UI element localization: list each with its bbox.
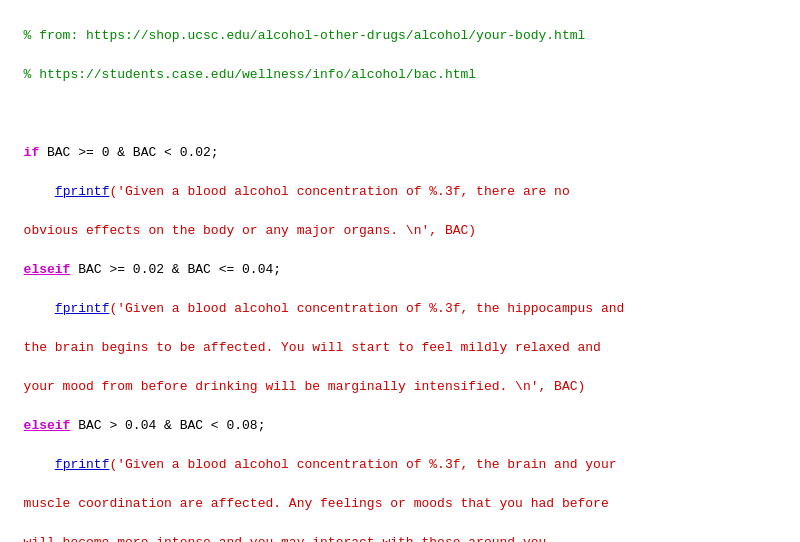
- code-line-str2a: the brain begins to be affected. You wil…: [24, 340, 601, 355]
- code-line-str2b: your mood from before drinking will be m…: [24, 379, 586, 394]
- comment-line-1: % from: https://shop.ucsc.edu/alcohol-ot…: [24, 28, 586, 43]
- code-line-fprintf2: fprintf('Given a blood alcohol concentra…: [24, 301, 625, 316]
- code-line-elseif1: elseif BAC >= 0.02 & BAC <= 0.04;: [24, 262, 281, 277]
- code-line-if1: if BAC >= 0 & BAC < 0.02;: [24, 145, 219, 160]
- code-line-fprintf3: fprintf('Given a blood alcohol concentra…: [24, 457, 617, 472]
- code-display: % from: https://shop.ucsc.edu/alcohol-ot…: [0, 0, 800, 542]
- code-line-fprintf1: fprintf('Given a blood alcohol concentra…: [24, 184, 570, 199]
- code-line-str3b: will become more intense and you may int…: [24, 535, 547, 543]
- code-line-str3a: muscle coordination are affected. Any fe…: [24, 496, 609, 511]
- code-line-elseif2: elseif BAC > 0.04 & BAC < 0.08;: [24, 418, 266, 433]
- code-line-str1: obvious effects on the body or any major…: [24, 223, 476, 238]
- comment-line-2: % https://students.case.edu/wellness/inf…: [24, 67, 476, 82]
